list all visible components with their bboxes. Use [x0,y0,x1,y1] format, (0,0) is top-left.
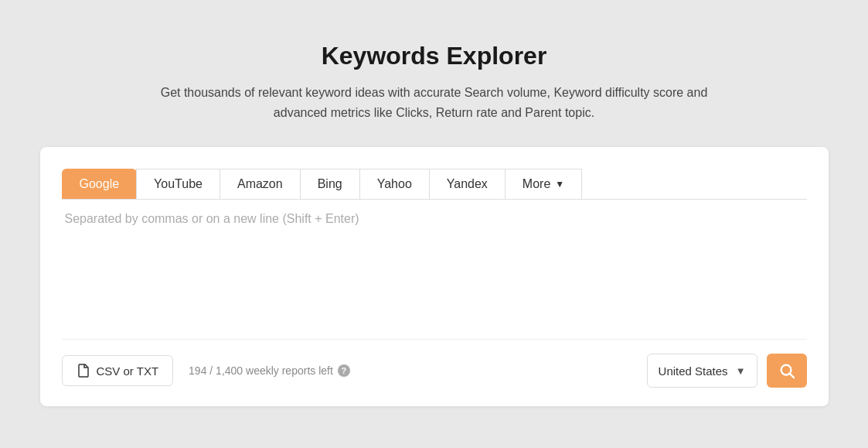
search-button[interactable] [767,354,807,388]
csv-upload-button[interactable]: CSV or TXT [62,355,174,386]
chevron-down-icon: ▼ [736,365,746,377]
tab-bing[interactable]: Bing [300,169,360,199]
tab-youtube[interactable]: YouTube [136,169,220,199]
country-label: United States [659,364,728,378]
chevron-down-icon: ▼ [555,179,564,190]
footer-right: United States ▼ [647,354,807,388]
svg-line-1 [790,374,794,378]
tab-yahoo[interactable]: Yahoo [359,169,430,199]
tab-yandex[interactable]: Yandex [429,169,505,199]
file-icon [77,364,90,378]
footer-left: CSV or TXT 194 / 1,400 weekly reports le… [62,355,350,386]
tab-more-label: More [523,177,550,191]
search-area [62,200,807,336]
page-wrapper: Keywords Explorer Get thousands of relev… [0,11,868,437]
reports-text: 194 / 1,400 weekly reports left [189,364,333,377]
country-selector[interactable]: United States ▼ [647,354,757,388]
page-subtitle: Get thousands of relevant keyword ideas … [156,83,713,122]
help-icon[interactable]: ? [338,364,350,377]
csv-button-label: CSV or TXT [97,364,159,378]
page-title: Keywords Explorer [322,42,547,70]
reports-left: 194 / 1,400 weekly reports left ? [189,364,350,377]
search-icon [778,362,795,379]
tab-google[interactable]: Google [62,169,138,199]
keyword-input[interactable] [65,212,804,320]
footer-bar: CSV or TXT 194 / 1,400 weekly reports le… [62,339,807,388]
tab-bar: Google YouTube Amazon Bing Yahoo Yandex … [62,169,807,200]
main-card: Google YouTube Amazon Bing Yahoo Yandex … [40,147,829,406]
tab-amazon[interactable]: Amazon [220,169,301,199]
tab-more[interactable]: More ▼ [505,169,582,199]
